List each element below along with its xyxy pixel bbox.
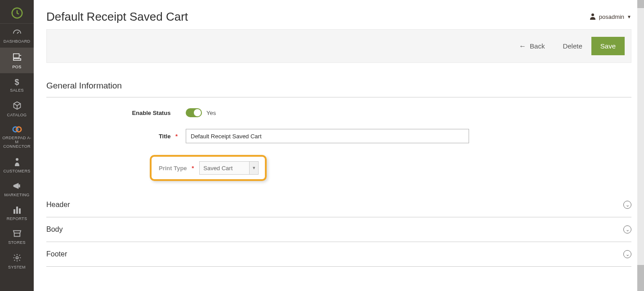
required-indicator: * xyxy=(174,133,178,140)
chevron-down-icon[interactable]: ▼ xyxy=(249,162,258,174)
sidebar-item-label: CUSTOMERS xyxy=(3,169,30,174)
sidebar-item-dashboard[interactable]: DASHBOARD xyxy=(0,24,34,48)
sidebar-item-orderpad[interactable]: ORDERPAD A-M CONNECTOR xyxy=(0,121,34,153)
accordion-title: Footer xyxy=(46,250,67,258)
box-icon xyxy=(13,101,22,112)
svg-rect-2 xyxy=(13,59,21,61)
svg-rect-10 xyxy=(19,208,21,214)
svg-point-11 xyxy=(16,256,18,259)
scroll-down-button[interactable] xyxy=(637,283,644,291)
svg-point-5 xyxy=(16,127,21,132)
sidebar-item-label: SYSTEM xyxy=(8,265,26,270)
sidebar-item-label: ORDERPAD A-M CONNECTOR xyxy=(1,136,33,150)
user-account-menu[interactable]: posadmin ▼ xyxy=(589,13,631,21)
sidebar-item-label: SALES xyxy=(10,88,24,93)
expand-icon: ⌄ xyxy=(623,201,631,209)
sidebar-item-catalog[interactable]: CATALOG xyxy=(0,97,34,121)
megaphone-icon xyxy=(13,182,22,192)
enable-status-toggle[interactable] xyxy=(186,108,202,117)
sidebar-item-reports[interactable]: REPORTS xyxy=(0,201,34,225)
delete-button[interactable]: Delete xyxy=(554,38,591,54)
sidebar-item-system[interactable]: SYSTEM xyxy=(0,249,34,273)
user-name: posadmin xyxy=(599,13,624,20)
toggle-knob xyxy=(194,109,201,116)
section-title-general: General Information xyxy=(46,81,631,97)
accordion-header[interactable]: Header ⌄ xyxy=(46,193,631,217)
enable-status-value: Yes xyxy=(206,110,216,116)
gauge-icon xyxy=(12,28,22,38)
enable-status-label: Enable Status xyxy=(132,110,170,116)
arrow-left-icon: ← xyxy=(519,42,526,50)
gear-icon xyxy=(13,253,22,264)
svg-point-6 xyxy=(16,158,18,161)
register-icon xyxy=(12,52,22,64)
person-icon xyxy=(14,157,20,168)
expand-icon: ⌄ xyxy=(623,225,631,234)
sidebar-item-customers[interactable]: CUSTOMERS xyxy=(0,153,34,177)
page-title: Default Receipt Saved Cart xyxy=(46,10,188,24)
title-input[interactable] xyxy=(186,129,469,143)
sidebar: DASHBOARD POS $ SALES CATALOG ORDERPAD A… xyxy=(0,0,34,291)
sidebar-item-marketing[interactable]: MARKETING xyxy=(0,177,34,201)
svg-point-12 xyxy=(591,13,594,16)
svg-rect-9 xyxy=(16,207,18,214)
dollar-icon: $ xyxy=(14,78,19,87)
required-indicator: * xyxy=(190,165,194,172)
delete-label: Delete xyxy=(563,42,582,50)
scroll-up-button[interactable] xyxy=(637,0,644,8)
svg-rect-8 xyxy=(13,209,15,214)
caret-down-icon: ▼ xyxy=(627,14,631,19)
expand-icon: ⌄ xyxy=(623,250,631,258)
print-type-label: Print Type xyxy=(159,165,187,172)
accordion-footer[interactable]: Footer ⌄ xyxy=(46,242,631,267)
scrollbar-thumb[interactable] xyxy=(637,265,644,283)
user-icon xyxy=(589,13,596,21)
sidebar-item-pos[interactable]: POS xyxy=(0,48,34,73)
print-type-select[interactable]: Saved Cart ▼ xyxy=(199,161,259,175)
sidebar-item-stores[interactable]: STORES xyxy=(0,225,34,249)
print-type-highlight: Print Type * Saved Cart ▼ xyxy=(150,155,267,181)
link-icon xyxy=(12,126,22,135)
back-button[interactable]: ← Back xyxy=(510,38,554,55)
accordion-body[interactable]: Body ⌄ xyxy=(46,217,631,242)
scrollbar-track xyxy=(637,0,644,291)
save-button[interactable]: Save xyxy=(591,37,625,55)
print-type-value: Saved Cart xyxy=(200,162,249,174)
sidebar-item-label: CATALOG xyxy=(7,113,27,118)
sidebar-item-label: DASHBOARD xyxy=(4,40,31,44)
sidebar-item-sales[interactable]: $ SALES xyxy=(0,73,34,97)
store-icon xyxy=(12,229,22,239)
sidebar-item-label: MARKETING xyxy=(4,193,29,198)
sidebar-item-label: REPORTS xyxy=(7,217,27,221)
title-label: Title xyxy=(159,133,171,140)
accordion-title: Body xyxy=(46,225,63,234)
action-toolbar: ← Back Delete Save xyxy=(46,29,631,63)
brand-logo xyxy=(0,0,34,24)
svg-rect-7 xyxy=(18,185,20,188)
back-label: Back xyxy=(530,42,545,50)
accordion-title: Header xyxy=(46,201,70,209)
svg-rect-1 xyxy=(13,54,19,58)
bar-chart-icon xyxy=(13,206,22,216)
sidebar-item-label: STORES xyxy=(8,241,26,245)
sidebar-item-label: POS xyxy=(13,65,22,70)
main-content: Default Receipt Saved Cart posadmin ▼ ← … xyxy=(34,0,644,291)
